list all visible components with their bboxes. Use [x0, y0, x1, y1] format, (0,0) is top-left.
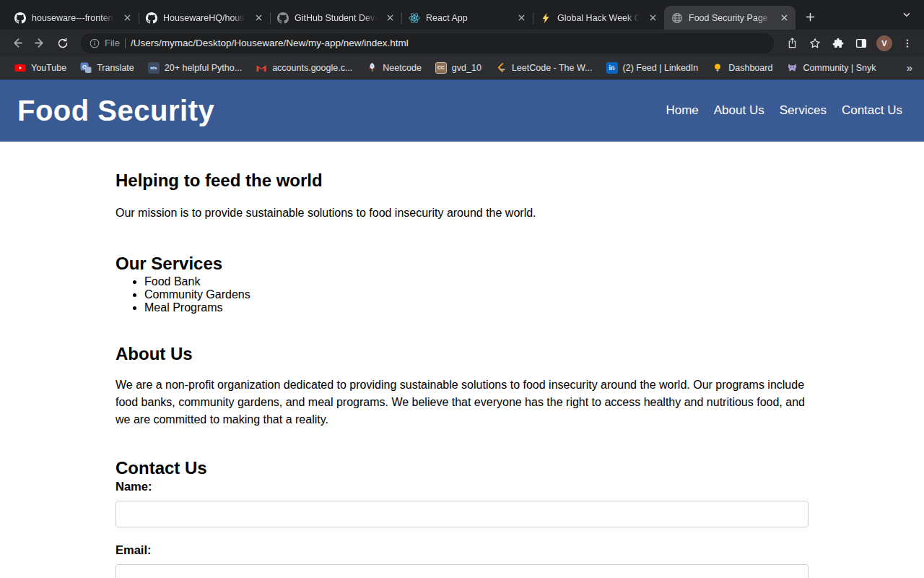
- lightning-icon: [540, 12, 552, 24]
- tab-label: React App: [426, 13, 510, 23]
- bookmark-label: Neetcode: [383, 63, 422, 73]
- share-icon[interactable]: [783, 34, 801, 53]
- list-item: Community Gardens: [144, 288, 808, 301]
- tab-close-icon[interactable]: [121, 12, 133, 24]
- react-icon: [409, 12, 420, 24]
- bookmark-label: YouTube: [31, 63, 66, 73]
- bookmark-google-accounts[interactable]: accounts.google.c...: [250, 59, 358, 77]
- back-button[interactable]: [7, 34, 26, 53]
- services-heading: Our Services: [116, 254, 808, 274]
- tab-divider: [533, 12, 533, 24]
- nav-link-services[interactable]: Services: [780, 103, 827, 118]
- services-list: Food Bank Community Gardens Meal Program…: [116, 275, 808, 314]
- tab-divider: [139, 12, 139, 24]
- bookmark-label: Dashboard: [728, 63, 772, 73]
- services-section: Our Services Food Bank Community Gardens…: [116, 254, 808, 314]
- bookmark-neetcode[interactable]: Neetcode: [360, 59, 427, 77]
- url-text: /Users/mymac/Desktop/Houseware/New/my-ap…: [131, 38, 409, 48]
- linkedin-icon: in: [606, 62, 618, 74]
- leetcode-icon: [495, 62, 507, 74]
- bookmark-label: 20+ helpful Pytho...: [165, 63, 242, 73]
- snyk-dog-icon: [786, 62, 798, 74]
- list-item: Meal Programs: [144, 301, 808, 314]
- tab-label: GitHub Student Develo: [295, 13, 378, 23]
- tab-github-student[interactable]: GitHub Student Develo: [270, 6, 401, 30]
- side-panel-icon[interactable]: [852, 34, 871, 53]
- name-input[interactable]: [116, 501, 808, 527]
- browser-toolbar: File /Users/mymac/Desktop/Houseware/New/…: [0, 30, 924, 56]
- bookmark-linkedin-feed[interactable]: in (2) Feed | LinkedIn: [601, 59, 705, 77]
- bookmark-label: accounts.google.c...: [272, 63, 352, 73]
- rocket-icon: [366, 62, 378, 74]
- nav-link-home[interactable]: Home: [666, 103, 698, 118]
- contact-heading: Contact Us: [116, 458, 808, 478]
- page-title: Food Security: [17, 95, 214, 127]
- bookmark-label: (2) Feed | LinkedIn: [623, 63, 699, 73]
- bookmarks-overflow-chevron[interactable]: »: [904, 61, 915, 74]
- bookmarks-bar: YouTube G Translate tds 20+ helpful Pyth…: [0, 56, 924, 79]
- extensions-puzzle-icon[interactable]: [829, 34, 847, 53]
- forward-button[interactable]: [30, 34, 49, 53]
- cc-icon: CC: [435, 62, 447, 74]
- about-section: About Us We are a non-profit organizatio…: [116, 344, 808, 428]
- tab-search-chevron-icon[interactable]: [899, 7, 914, 22]
- nav-link-contact-us[interactable]: Contact Us: [842, 103, 902, 118]
- gmail-icon: [256, 62, 267, 74]
- tab-react-app[interactable]: React App: [401, 6, 533, 30]
- tab-strip: houseware---frontend HousewareHQ/housew …: [0, 0, 924, 30]
- about-heading: About Us: [116, 344, 808, 364]
- tab-label: houseware---frontend: [32, 13, 116, 23]
- globe-icon: [671, 12, 683, 24]
- page-viewport: Food Security Home About Us Services Con…: [0, 79, 924, 578]
- new-tab-button[interactable]: [800, 7, 820, 27]
- browser-window: houseware---frontend HousewareHQ/housew …: [0, 0, 924, 578]
- bookmark-gvd10[interactable]: CC gvd_10: [430, 59, 487, 77]
- tab-close-icon[interactable]: [647, 12, 658, 24]
- tab-close-icon[interactable]: [515, 12, 527, 24]
- reload-button[interactable]: [53, 34, 72, 53]
- tab-label: Global Hack Week Cha: [557, 13, 641, 23]
- github-icon: [146, 12, 157, 24]
- bookmark-label: gvd_10: [452, 63, 481, 73]
- site-info-icon[interactable]: [90, 38, 100, 48]
- translate-icon: G: [80, 62, 92, 74]
- tab-label: Food Security Page: [689, 13, 772, 23]
- avatar[interactable]: V: [875, 34, 894, 53]
- tab-housewarehq[interactable]: HousewareHQ/housew: [139, 6, 270, 30]
- tab-close-icon[interactable]: [778, 12, 790, 24]
- email-input[interactable]: [116, 564, 808, 578]
- tds-icon: tds: [148, 62, 160, 74]
- email-label: Email:: [116, 543, 808, 557]
- bookmark-label: LeetCode - The W...: [512, 63, 593, 73]
- hero-text: Our mission is to provide sustainable so…: [116, 207, 808, 220]
- url-divider: [125, 38, 126, 48]
- site-nav: Home About Us Services Contact Us: [666, 103, 902, 118]
- browser-menu-icon[interactable]: [898, 34, 917, 53]
- nav-link-about-us[interactable]: About Us: [714, 103, 764, 118]
- bookmark-label: Community | Snyk: [803, 63, 876, 73]
- bookmark-dashboard[interactable]: Dashboard: [706, 59, 778, 77]
- site-header: Food Security Home About Us Services Con…: [0, 79, 924, 142]
- tab-houseware-frontend[interactable]: houseware---frontend: [7, 6, 139, 30]
- tab-divider: [401, 12, 402, 24]
- youtube-icon: [14, 62, 26, 74]
- bookmark-leetcode[interactable]: LeetCode - The W...: [489, 59, 598, 77]
- tab-global-hack-week[interactable]: Global Hack Week Cha: [533, 6, 664, 30]
- tab-food-security-active[interactable]: Food Security Page: [664, 6, 796, 30]
- main-content: Helping to feed the world Our mission is…: [116, 171, 808, 578]
- github-icon: [14, 12, 26, 24]
- bookmark-youtube[interactable]: YouTube: [9, 59, 72, 77]
- address-bar[interactable]: File /Users/mymac/Desktop/Houseware/New/…: [81, 33, 774, 53]
- hero-heading: Helping to feed the world: [116, 171, 808, 191]
- bookmark-translate[interactable]: G Translate: [74, 59, 140, 77]
- bookmark-python-article[interactable]: tds 20+ helpful Pytho...: [142, 59, 248, 77]
- github-icon: [277, 12, 289, 24]
- bookmark-star-icon[interactable]: [806, 34, 824, 53]
- contact-section: Contact Us Name: Email:: [116, 458, 808, 578]
- bookmark-snyk-community[interactable]: Community | Snyk: [780, 59, 881, 77]
- tab-close-icon[interactable]: [253, 12, 264, 24]
- list-item: Food Bank: [144, 275, 808, 288]
- tab-close-icon[interactable]: [384, 12, 396, 24]
- bulb-icon: [712, 62, 723, 74]
- about-text: We are a non-profit organization dedicat…: [116, 376, 808, 428]
